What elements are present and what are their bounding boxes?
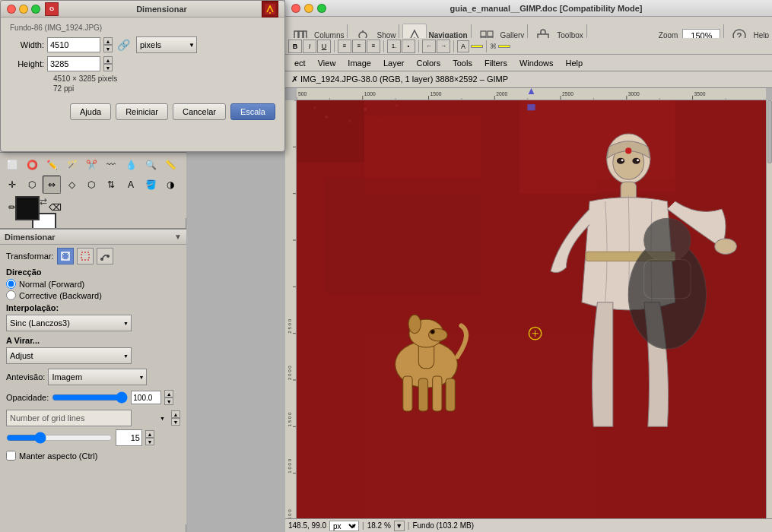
- normal-radio[interactable]: [6, 279, 16, 289]
- grid-dropdown-arrows: ▲ ▼: [171, 410, 180, 426]
- grid-dropdown[interactable]: Number of grid lines Spacing: [6, 410, 132, 426]
- tool-color-pick[interactable]: 💧: [122, 156, 140, 174]
- height-down-btn[interactable]: ▼: [103, 64, 113, 71]
- grid-value-input[interactable]: [116, 429, 142, 446]
- outdent-btn[interactable]: ←: [422, 40, 436, 53]
- tool-rect-select[interactable]: ⬜: [3, 156, 21, 174]
- tool-align[interactable]: ⬡: [23, 176, 41, 194]
- scale-button[interactable]: Escala: [230, 103, 275, 120]
- adjust-dropdown-wrapper[interactable]: Adjust Correct: [6, 347, 132, 364]
- close-button[interactable]: [291, 4, 300, 13]
- indent-btn[interactable]: →: [437, 40, 450, 53]
- scrollbar-right[interactable]: [766, 100, 772, 520]
- units-wrapper[interactable]: px mm in: [329, 521, 359, 531]
- fg-color-swatch[interactable]: [15, 196, 40, 220]
- menu-layer[interactable]: Layer: [377, 57, 411, 69]
- opacity-input[interactable]: [131, 391, 161, 404]
- tool-fuzzy-select[interactable]: 🪄: [62, 156, 81, 174]
- tool-ellipse-select[interactable]: ⭕: [23, 156, 41, 174]
- tool-free-select[interactable]: ✏️: [43, 156, 61, 174]
- grid-val-down-btn[interactable]: ▼: [145, 438, 154, 445]
- height-input[interactable]: [47, 56, 100, 71]
- zoom-down-btn[interactable]: ▼: [394, 521, 405, 531]
- reset-button[interactable]: Reiniciar: [116, 103, 168, 120]
- corrective-radio[interactable]: [6, 290, 16, 300]
- tool-scissors[interactable]: ✂️: [82, 156, 100, 174]
- menu-view[interactable]: View: [312, 57, 342, 69]
- units-dropdown[interactable]: pixels mm inches: [136, 36, 197, 53]
- italic-btn[interactable]: I: [303, 40, 316, 53]
- tool-perspective[interactable]: ⬡: [82, 176, 100, 194]
- tool-shear[interactable]: ◇: [62, 176, 81, 194]
- interp-dropdown[interactable]: Sinc (Lanczos3) Linear Cubic None: [6, 315, 132, 331]
- tool-scale[interactable]: ⇔: [43, 176, 61, 194]
- grid-dropdown-wrapper[interactable]: Number of grid lines Spacing: [6, 410, 168, 426]
- transform-sel-icon[interactable]: [77, 248, 94, 264]
- units-select[interactable]: px mm in: [329, 521, 359, 531]
- width-up-btn[interactable]: ▲: [103, 37, 113, 45]
- units-dropdown-wrapper[interactable]: pixels mm inches: [136, 36, 197, 53]
- menu-select[interactable]: ect: [288, 57, 312, 69]
- minimize-button[interactable]: [304, 4, 313, 13]
- canvas-area[interactable]: [297, 100, 766, 520]
- gimp-icon: G: [45, 2, 59, 16]
- width-down-btn[interactable]: ▼: [103, 45, 113, 52]
- menu-colors[interactable]: Colors: [410, 57, 446, 69]
- panel-collapse[interactable]: ▼: [174, 233, 182, 241]
- menu-filters[interactable]: Filters: [478, 57, 513, 69]
- tool-bucket[interactable]: 🪣: [141, 176, 160, 194]
- opacity-up-btn[interactable]: ▲: [164, 390, 173, 397]
- list-num-btn[interactable]: 1.: [387, 40, 401, 53]
- scroll-thumb-vertical[interactable]: [767, 100, 772, 163]
- width-input[interactable]: [47, 37, 100, 52]
- interp-dropdown-wrapper[interactable]: Sinc (Lanczos3) Linear Cubic None: [6, 315, 132, 331]
- status-zoom: 18.2 %: [367, 521, 391, 530]
- dialog-min[interactable]: [19, 5, 28, 14]
- tool-measure[interactable]: 📏: [161, 156, 179, 174]
- dialog-close[interactable]: [7, 5, 16, 14]
- cancel-button[interactable]: Cancelar: [173, 103, 226, 120]
- grid-up-btn[interactable]: ▲: [171, 410, 180, 418]
- antev-dropdown-wrapper[interactable]: Imagem Outline None: [48, 369, 147, 385]
- grid-val-up-btn[interactable]: ▲: [145, 430, 154, 438]
- grid-slider[interactable]: [6, 432, 113, 443]
- adjust-dropdown[interactable]: Adjust Correct: [6, 347, 132, 364]
- dialog-max[interactable]: [31, 5, 40, 14]
- keep-aspect-checkbox[interactable]: [6, 451, 16, 461]
- swap-colors-icon[interactable]: ⇄: [40, 196, 47, 207]
- align-right-btn[interactable]: ≡: [367, 40, 380, 53]
- align-center-btn[interactable]: ≡: [352, 40, 366, 53]
- height-up-btn[interactable]: ▲: [103, 56, 113, 64]
- link-icon[interactable]: 🔗: [117, 39, 130, 51]
- tool-text[interactable]: A: [122, 176, 140, 194]
- tool-zoom[interactable]: 🔍: [141, 156, 160, 174]
- list-bullet-btn[interactable]: •: [402, 40, 415, 53]
- text-color-box[interactable]: A: [457, 40, 469, 52]
- grid-down-btn[interactable]: ▼: [171, 418, 180, 426]
- transform-path-icon[interactable]: [97, 248, 113, 264]
- svg-rect-65: [364, 108, 367, 110]
- opacity-down-btn[interactable]: ▼: [164, 397, 173, 405]
- help-button[interactable]: Ajuda: [70, 103, 111, 120]
- svg-text:3500: 3500: [694, 91, 706, 97]
- tool-flip[interactable]: ⇅: [102, 176, 120, 194]
- menu-windows[interactable]: Windows: [513, 57, 560, 69]
- transform-layer-icon[interactable]: [57, 248, 74, 264]
- menu-image[interactable]: Image: [342, 57, 377, 69]
- bold-btn[interactable]: B: [288, 40, 302, 53]
- align-left-btn[interactable]: ≡: [338, 40, 351, 53]
- svg-point-81: [625, 147, 631, 154]
- tool-paths[interactable]: 〰: [102, 156, 120, 174]
- svg-rect-37: [285, 100, 297, 520]
- menu-tools[interactable]: Tools: [446, 57, 478, 69]
- menu-help[interactable]: Help: [560, 57, 589, 69]
- toolbox-panel: G Dimensionar Fundo-86 (IMG_1924.JPG) Wi…: [0, 0, 186, 532]
- opacity-slider[interactable]: [52, 392, 128, 403]
- maximize-button[interactable]: [317, 4, 326, 13]
- tool-move[interactable]: ✛: [3, 176, 21, 194]
- antev-dropdown[interactable]: Imagem Outline None: [48, 369, 147, 385]
- svg-rect-75: [433, 376, 442, 411]
- fmt-sep-5: [486, 40, 487, 52]
- tool-blend[interactable]: ◑: [161, 176, 179, 194]
- underline-btn[interactable]: U: [317, 40, 331, 53]
